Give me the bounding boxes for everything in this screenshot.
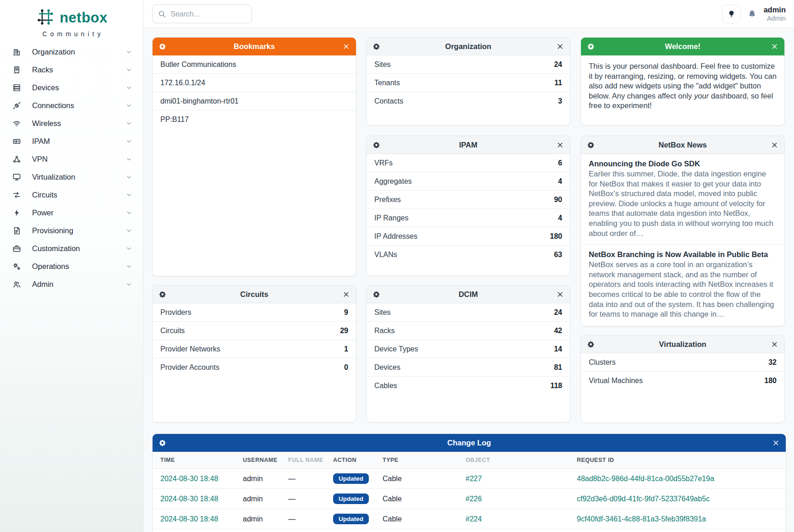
notifications-button[interactable] [748, 10, 756, 18]
stat-link[interactable]: Virtual Machines [589, 377, 643, 385]
close-icon[interactable] [772, 439, 780, 447]
gear-icon[interactable] [587, 340, 595, 348]
brand[interactable]: netbox Community [0, 0, 143, 38]
sidebar-item-vpn[interactable]: VPN [0, 150, 143, 168]
stat-link[interactable]: Clusters [589, 358, 616, 367]
sidebar-item-label: Devices [32, 83, 126, 92]
change-object-link[interactable]: #224 [465, 515, 482, 523]
stat-link[interactable]: Device Types [374, 345, 418, 353]
topbar: admin Admin [143, 0, 794, 28]
close-icon[interactable] [342, 291, 350, 298]
chevron-down-icon [126, 263, 132, 269]
action-badge: Updated [333, 494, 369, 504]
sidebar-item-virtualization[interactable]: Virtualization [0, 168, 143, 186]
stat-link[interactable]: Devices [374, 363, 400, 372]
stat-row: Prefixes90 [367, 191, 570, 209]
sidebar-item-wireless[interactable]: Wireless [0, 115, 143, 132]
gear-icon[interactable] [587, 141, 595, 149]
close-icon[interactable] [771, 43, 778, 50]
close-icon[interactable] [771, 340, 778, 348]
close-icon[interactable] [342, 43, 350, 50]
search-box [152, 5, 252, 23]
column-header-action[interactable]: ACTION [329, 452, 379, 469]
gear-icon[interactable] [372, 141, 380, 149]
gear-icon[interactable] [587, 43, 595, 50]
stat-row: Racks42 [367, 322, 570, 340]
stat-link[interactable]: Cables [374, 382, 397, 390]
stat-link[interactable]: Aggregates [374, 177, 412, 186]
close-icon[interactable] [556, 141, 564, 149]
organization-icon [11, 48, 22, 57]
close-icon[interactable] [556, 291, 564, 298]
user-menu[interactable]: admin Admin [763, 5, 786, 22]
sidebar-item-admin[interactable]: Admin [0, 275, 143, 293]
news-title-link[interactable]: NetBox Branching is Now Available in Pub… [589, 250, 777, 259]
stat-value: 1 [344, 345, 348, 353]
widget-title: Bookmarks [170, 42, 339, 51]
stat-link[interactable]: Sites [374, 60, 391, 69]
gear-icon[interactable] [372, 291, 380, 298]
welcome-text: This is your personal dashboard. Feel fr… [581, 55, 784, 117]
light-bulb-icon [728, 10, 735, 18]
stat-link[interactable]: IP Ranges [374, 214, 408, 222]
news-excerpt: Earlier this summer, Diode, the data ing… [589, 169, 777, 238]
sidebar-item-provisioning[interactable]: Provisioning [0, 222, 143, 240]
sidebar-item-organization[interactable]: Organization [0, 43, 143, 61]
chevron-down-icon [126, 85, 132, 91]
stat-link[interactable]: Prefixes [374, 196, 401, 204]
stat-link[interactable]: Sites [374, 308, 391, 317]
gear-icon[interactable] [372, 43, 380, 50]
sidebar-item-devices[interactable]: Devices [0, 79, 143, 97]
stat-link[interactable]: Contacts [374, 97, 403, 105]
stat-link[interactable]: VLANs [374, 251, 397, 259]
gear-icon[interactable] [159, 43, 166, 50]
wireless-icon [11, 119, 22, 128]
stat-link[interactable]: Provider Networks [160, 345, 220, 353]
sidebar-item-customization[interactable]: Customization [0, 240, 143, 258]
stat-link[interactable]: Circuits [160, 327, 185, 335]
sidebar-item-power[interactable]: Power [0, 204, 143, 222]
change-object-link[interactable]: #226 [465, 495, 482, 503]
sidebar-item-ipam[interactable]: IPAM [0, 132, 143, 150]
stat-row: Device Types14 [367, 340, 570, 358]
column-header-time[interactable]: TIME [153, 452, 239, 469]
gear-icon[interactable] [159, 291, 166, 298]
dashboard: Bookmarks Butler Communications 172.16.0… [143, 28, 794, 532]
change-username: admin [239, 469, 285, 489]
stat-value: 24 [554, 60, 562, 69]
stat-link[interactable]: Provider Accounts [160, 363, 219, 372]
widget-title: Change Log [170, 439, 768, 447]
change-type: Cable [379, 469, 462, 489]
sidebar-item-racks[interactable]: Racks [0, 61, 143, 79]
change-time-link[interactable]: 2024-08-30 18:48 [160, 515, 218, 523]
sidebar-item-operations[interactable]: Operations [0, 258, 143, 275]
column-header-request-id[interactable]: REQUEST ID [573, 452, 786, 469]
change-time-link[interactable]: 2024-08-30 18:48 [160, 475, 218, 483]
change-type: Cable [379, 489, 462, 509]
stat-link[interactable]: Racks [374, 327, 394, 335]
column-header-type[interactable]: TYPE [379, 452, 462, 469]
bookmark-link[interactable]: Butler Communications [153, 55, 356, 74]
change-request-id-link[interactable]: 48ad8b2c-986d-44fd-81ca-00d55b27e19a [577, 475, 714, 483]
sidebar-item-label: IPAM [32, 137, 126, 146]
news-title-link[interactable]: Announcing the Diode Go SDK [589, 159, 777, 168]
close-icon[interactable] [771, 141, 778, 149]
change-time-link[interactable]: 2024-08-30 18:48 [160, 495, 218, 503]
change-request-id-link[interactable]: cf92d3e6-d09d-41fc-9fd7-52337649ab5c [577, 495, 710, 503]
close-icon[interactable] [556, 43, 564, 50]
stat-link[interactable]: Tenants [374, 79, 400, 87]
stat-link[interactable]: Providers [160, 308, 192, 317]
gear-icon[interactable] [159, 439, 166, 447]
theme-toggle-button[interactable] [722, 5, 741, 23]
sidebar-item-connections[interactable]: Connections [0, 97, 143, 115]
search-input[interactable] [170, 10, 246, 18]
bookmark-link[interactable]: PP:B117 [153, 110, 356, 129]
sidebar-item-circuits[interactable]: Circuits [0, 186, 143, 204]
column-header-username[interactable]: USERNAME [239, 452, 285, 469]
stat-link[interactable]: IP Addresses [374, 232, 417, 241]
bookmark-link[interactable]: dmi01-binghamton-rtr01 [153, 92, 356, 110]
change-request-id-link[interactable]: 9cf40fdf-3461-4c88-81a3-5feb39f8391a [577, 515, 706, 523]
stat-link[interactable]: VRFs [374, 159, 393, 167]
change-object-link[interactable]: #227 [465, 475, 482, 483]
bookmark-link[interactable]: 172.16.0.1/24 [153, 74, 356, 92]
